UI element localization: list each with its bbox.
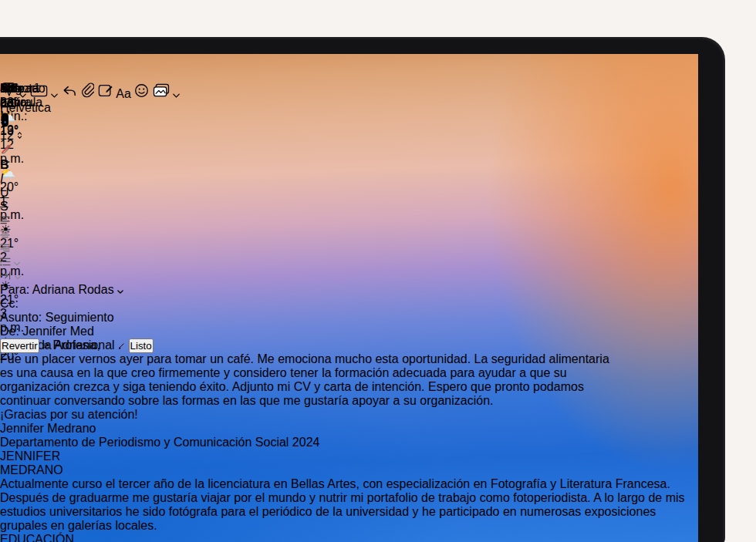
markup-button[interactable] bbox=[98, 87, 116, 100]
cv-education-heading: EDUCACIÓN bbox=[0, 533, 698, 542]
screenshot-stage: ón Mensaje Formato Ventana Ayuda bbox=[0, 0, 756, 542]
align-center-button[interactable] bbox=[0, 227, 698, 241]
cc-field[interactable]: Cc: bbox=[0, 297, 698, 311]
to-label: Para: bbox=[0, 283, 29, 296]
send-button[interactable] bbox=[0, 87, 19, 100]
writing-tools-bar: Revertir Profesional Listo bbox=[0, 338, 154, 353]
cv-attachment-preview[interactable]: JENNIFER MEDRANO Actualmente curso el te… bbox=[0, 449, 698, 542]
from-label: De: bbox=[0, 325, 19, 338]
signature-line: Departamento de Periodismo y Comunicació… bbox=[0, 436, 319, 449]
format-bar: Helvetica 12 B I U S bbox=[0, 101, 698, 283]
to-field[interactable]: Para: Adriana Rodas bbox=[0, 283, 698, 297]
writing-style-label: Profesional bbox=[53, 338, 115, 352]
subject-value: Seguimiento bbox=[46, 311, 114, 324]
send-options-chevron-icon[interactable] bbox=[19, 87, 29, 100]
format-text-button[interactable]: Aa bbox=[116, 87, 131, 100]
strikethrough-button[interactable]: S bbox=[0, 200, 698, 214]
cv-intro-paragraph: Actualmente curso el tercer año de la li… bbox=[0, 477, 698, 533]
compose-pencil-icon[interactable] bbox=[118, 338, 128, 352]
subject-label: Asunto: bbox=[0, 311, 42, 324]
attach-file-button[interactable] bbox=[80, 87, 97, 100]
indent-button[interactable] bbox=[0, 269, 698, 283]
italic-button[interactable]: I bbox=[0, 172, 698, 186]
subject-field[interactable]: Asunto: Seguimiento bbox=[0, 311, 698, 325]
macbook-screen: ón Mensaje Formato Ventana Ayuda bbox=[0, 54, 698, 542]
font-family-select[interactable]: Helvetica bbox=[0, 101, 49, 129]
message-body[interactable]: Estimada Adriana, Fue un placer vernos a… bbox=[0, 338, 698, 449]
from-field[interactable]: De: Jennifer Med bbox=[0, 325, 698, 338]
done-button[interactable]: Listo bbox=[129, 338, 154, 353]
list-style-button[interactable] bbox=[0, 255, 698, 269]
align-right-button[interactable] bbox=[0, 241, 698, 255]
emoji-button[interactable] bbox=[134, 87, 152, 100]
header-fields-chevron-icon[interactable] bbox=[51, 87, 61, 100]
highlight-pen-icon[interactable] bbox=[0, 143, 698, 158]
photos-chevron-icon[interactable] bbox=[173, 87, 180, 100]
header-fields-button[interactable] bbox=[30, 87, 51, 100]
cc-label: Cc: bbox=[0, 297, 19, 310]
revert-button[interactable]: Revertir bbox=[0, 338, 39, 353]
align-left-button[interactable] bbox=[0, 214, 698, 227]
cv-name: JENNIFER MEDRANO bbox=[0, 449, 698, 477]
mail-compose-window: Aa Helvetica 12 bbox=[0, 82, 698, 542]
font-size-select[interactable]: 12 bbox=[0, 129, 26, 143]
reply-indicator-icon bbox=[62, 87, 80, 100]
recipient-pill[interactable]: Adriana Rodas bbox=[32, 283, 123, 296]
bold-button[interactable]: B bbox=[0, 158, 698, 172]
photos-browser-button[interactable] bbox=[153, 87, 173, 100]
underline-button[interactable]: U bbox=[0, 186, 698, 200]
from-value: Jennifer Med bbox=[22, 325, 94, 338]
writing-tools-icon[interactable] bbox=[42, 338, 52, 352]
